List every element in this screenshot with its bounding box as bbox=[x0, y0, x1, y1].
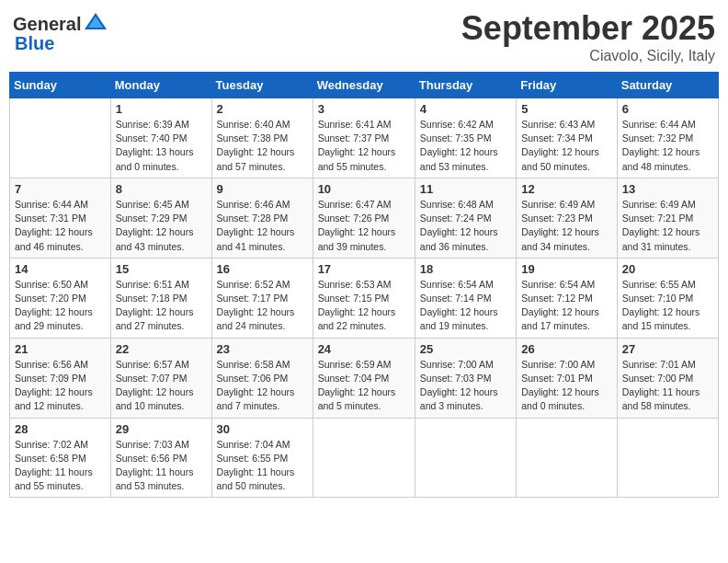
day-info: Sunrise: 6:59 AM Sunset: 7:04 PM Dayligh… bbox=[318, 358, 410, 414]
day-number: 5 bbox=[521, 102, 612, 116]
column-header-thursday: Thursday bbox=[415, 73, 516, 98]
day-info: Sunrise: 6:44 AM Sunset: 7:32 PM Dayligh… bbox=[622, 118, 713, 174]
day-info: Sunrise: 6:49 AM Sunset: 7:21 PM Dayligh… bbox=[622, 198, 713, 254]
calendar-cell: 3Sunrise: 6:41 AM Sunset: 7:37 PM Daylig… bbox=[313, 98, 415, 178]
calendar-cell: 17Sunrise: 6:53 AM Sunset: 7:15 PM Dayli… bbox=[313, 258, 415, 338]
day-info: Sunrise: 7:00 AM Sunset: 7:01 PM Dayligh… bbox=[521, 358, 612, 414]
day-info: Sunrise: 6:53 AM Sunset: 7:15 PM Dayligh… bbox=[318, 278, 410, 334]
day-info: Sunrise: 6:55 AM Sunset: 7:10 PM Dayligh… bbox=[622, 278, 713, 334]
day-info: Sunrise: 6:45 AM Sunset: 7:29 PM Dayligh… bbox=[116, 198, 207, 254]
day-info: Sunrise: 7:03 AM Sunset: 6:56 PM Dayligh… bbox=[116, 438, 207, 494]
location-text: Ciavolo, Sicily, Italy bbox=[461, 48, 715, 64]
day-number: 17 bbox=[318, 262, 410, 276]
calendar-cell: 20Sunrise: 6:55 AM Sunset: 7:10 PM Dayli… bbox=[617, 258, 718, 338]
calendar-cell: 11Sunrise: 6:48 AM Sunset: 7:24 PM Dayli… bbox=[415, 178, 516, 258]
day-number: 15 bbox=[116, 262, 207, 276]
calendar-cell: 27Sunrise: 7:01 AM Sunset: 7:00 PM Dayli… bbox=[617, 338, 718, 418]
day-number: 25 bbox=[420, 342, 511, 356]
day-info: Sunrise: 6:48 AM Sunset: 7:24 PM Dayligh… bbox=[420, 198, 511, 254]
day-info: Sunrise: 6:46 AM Sunset: 7:28 PM Dayligh… bbox=[217, 198, 308, 254]
calendar-cell bbox=[10, 98, 111, 178]
day-number: 11 bbox=[420, 182, 511, 196]
day-info: Sunrise: 6:44 AM Sunset: 7:31 PM Dayligh… bbox=[15, 198, 106, 254]
calendar-cell: 14Sunrise: 6:50 AM Sunset: 7:20 PM Dayli… bbox=[10, 258, 111, 338]
day-number: 19 bbox=[521, 262, 612, 276]
day-number: 26 bbox=[521, 342, 612, 356]
day-info: Sunrise: 6:56 AM Sunset: 7:09 PM Dayligh… bbox=[15, 358, 106, 414]
day-number: 29 bbox=[116, 422, 207, 436]
calendar-header-row: SundayMondayTuesdayWednesdayThursdayFrid… bbox=[10, 73, 719, 98]
calendar-cell: 12Sunrise: 6:49 AM Sunset: 7:23 PM Dayli… bbox=[517, 178, 618, 258]
calendar-cell: 23Sunrise: 6:58 AM Sunset: 7:06 PM Dayli… bbox=[211, 338, 313, 418]
calendar-cell: 10Sunrise: 6:47 AM Sunset: 7:26 PM Dayli… bbox=[313, 178, 415, 258]
day-info: Sunrise: 6:49 AM Sunset: 7:23 PM Dayligh… bbox=[521, 198, 612, 254]
day-number: 2 bbox=[217, 102, 308, 116]
day-info: Sunrise: 7:01 AM Sunset: 7:00 PM Dayligh… bbox=[622, 358, 713, 414]
calendar-cell: 25Sunrise: 7:00 AM Sunset: 7:03 PM Dayli… bbox=[415, 338, 516, 418]
day-number: 1 bbox=[116, 102, 207, 116]
day-number: 21 bbox=[15, 342, 106, 356]
calendar-cell: 19Sunrise: 6:54 AM Sunset: 7:12 PM Dayli… bbox=[517, 258, 618, 338]
week-row-4: 21Sunrise: 6:56 AM Sunset: 7:09 PM Dayli… bbox=[10, 338, 719, 418]
day-number: 27 bbox=[622, 342, 713, 356]
day-number: 4 bbox=[420, 102, 511, 116]
day-number: 23 bbox=[217, 342, 308, 356]
day-info: Sunrise: 6:52 AM Sunset: 7:17 PM Dayligh… bbox=[217, 278, 308, 334]
day-number: 30 bbox=[217, 422, 308, 436]
day-info: Sunrise: 6:42 AM Sunset: 7:35 PM Dayligh… bbox=[420, 118, 511, 174]
column-header-sunday: Sunday bbox=[10, 73, 111, 98]
day-info: Sunrise: 6:40 AM Sunset: 7:38 PM Dayligh… bbox=[217, 118, 308, 174]
day-number: 7 bbox=[15, 182, 106, 196]
day-number: 18 bbox=[420, 262, 511, 276]
week-row-1: 1Sunrise: 6:39 AM Sunset: 7:40 PM Daylig… bbox=[10, 98, 719, 178]
calendar-cell bbox=[517, 418, 618, 498]
calendar-cell: 4Sunrise: 6:42 AM Sunset: 7:35 PM Daylig… bbox=[415, 98, 516, 178]
day-info: Sunrise: 6:43 AM Sunset: 7:34 PM Dayligh… bbox=[521, 118, 612, 174]
day-info: Sunrise: 6:57 AM Sunset: 7:07 PM Dayligh… bbox=[116, 358, 207, 414]
calendar-cell: 7Sunrise: 6:44 AM Sunset: 7:31 PM Daylig… bbox=[10, 178, 111, 258]
day-info: Sunrise: 6:41 AM Sunset: 7:37 PM Dayligh… bbox=[318, 118, 410, 174]
week-row-5: 28Sunrise: 7:02 AM Sunset: 6:58 PM Dayli… bbox=[10, 418, 719, 498]
day-info: Sunrise: 6:50 AM Sunset: 7:20 PM Dayligh… bbox=[15, 278, 106, 334]
calendar-cell: 21Sunrise: 6:56 AM Sunset: 7:09 PM Dayli… bbox=[10, 338, 111, 418]
calendar-cell bbox=[617, 418, 718, 498]
day-info: Sunrise: 6:54 AM Sunset: 7:14 PM Dayligh… bbox=[420, 278, 511, 334]
calendar-cell: 2Sunrise: 6:40 AM Sunset: 7:38 PM Daylig… bbox=[211, 98, 313, 178]
month-title: September 2025 bbox=[461, 9, 715, 48]
calendar-cell: 13Sunrise: 6:49 AM Sunset: 7:21 PM Dayli… bbox=[617, 178, 718, 258]
calendar-cell: 28Sunrise: 7:02 AM Sunset: 6:58 PM Dayli… bbox=[10, 418, 111, 498]
day-number: 3 bbox=[318, 102, 410, 116]
calendar-table: SundayMondayTuesdayWednesdayThursdayFrid… bbox=[9, 72, 719, 498]
calendar-cell: 16Sunrise: 6:52 AM Sunset: 7:17 PM Dayli… bbox=[211, 258, 313, 338]
day-number: 22 bbox=[116, 342, 207, 356]
day-number: 28 bbox=[15, 422, 106, 436]
day-number: 16 bbox=[217, 262, 308, 276]
calendar-cell bbox=[415, 418, 516, 498]
day-info: Sunrise: 7:02 AM Sunset: 6:58 PM Dayligh… bbox=[15, 438, 106, 494]
calendar-cell: 22Sunrise: 6:57 AM Sunset: 7:07 PM Dayli… bbox=[110, 338, 211, 418]
day-number: 12 bbox=[521, 182, 612, 196]
day-info: Sunrise: 6:54 AM Sunset: 7:12 PM Dayligh… bbox=[521, 278, 612, 334]
logo-general-text: General bbox=[13, 14, 81, 35]
page-header: General Blue September 2025 Ciavolo, Sic… bbox=[9, 9, 719, 64]
column-header-tuesday: Tuesday bbox=[211, 73, 313, 98]
day-number: 9 bbox=[217, 182, 308, 196]
calendar-cell: 5Sunrise: 6:43 AM Sunset: 7:34 PM Daylig… bbox=[517, 98, 618, 178]
logo: General Blue bbox=[13, 9, 108, 54]
logo-icon bbox=[83, 9, 108, 39]
column-header-wednesday: Wednesday bbox=[313, 73, 415, 98]
column-header-friday: Friday bbox=[517, 73, 618, 98]
calendar-cell: 9Sunrise: 6:46 AM Sunset: 7:28 PM Daylig… bbox=[211, 178, 313, 258]
calendar-cell: 6Sunrise: 6:44 AM Sunset: 7:32 PM Daylig… bbox=[617, 98, 718, 178]
day-info: Sunrise: 6:51 AM Sunset: 7:18 PM Dayligh… bbox=[116, 278, 207, 334]
calendar-cell: 18Sunrise: 6:54 AM Sunset: 7:14 PM Dayli… bbox=[415, 258, 516, 338]
day-info: Sunrise: 6:39 AM Sunset: 7:40 PM Dayligh… bbox=[116, 118, 207, 174]
title-block: September 2025 Ciavolo, Sicily, Italy bbox=[461, 9, 715, 64]
day-number: 14 bbox=[15, 262, 106, 276]
calendar-cell: 1Sunrise: 6:39 AM Sunset: 7:40 PM Daylig… bbox=[110, 98, 211, 178]
week-row-2: 7Sunrise: 6:44 AM Sunset: 7:31 PM Daylig… bbox=[10, 178, 719, 258]
calendar-cell: 26Sunrise: 7:00 AM Sunset: 7:01 PM Dayli… bbox=[517, 338, 618, 418]
calendar-cell: 8Sunrise: 6:45 AM Sunset: 7:29 PM Daylig… bbox=[110, 178, 211, 258]
week-row-3: 14Sunrise: 6:50 AM Sunset: 7:20 PM Dayli… bbox=[10, 258, 719, 338]
day-number: 6 bbox=[622, 102, 713, 116]
